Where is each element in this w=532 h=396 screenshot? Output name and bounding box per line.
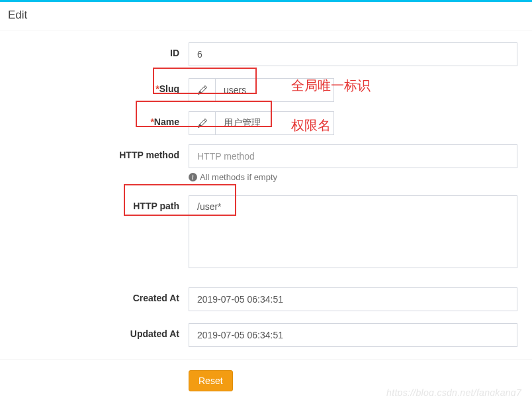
name-group [189,111,334,135]
edit-form: ID *Slug *Name HT [0,30,532,396]
created-at-input[interactable] [189,287,517,311]
row-http-path: HTTP path [0,195,532,270]
info-icon [189,173,197,181]
pencil-icon [189,78,215,102]
row-id: ID [0,42,532,66]
label-created-at: Created At [0,287,189,303]
slug-input[interactable] [215,78,334,102]
label-slug-text: Slug [159,83,179,94]
http-path-input[interactable] [189,195,517,268]
row-http-method: HTTP method All methods if empty [0,144,532,182]
label-http-path: HTTP path [0,195,189,211]
http-method-help: All methods if empty [189,172,517,182]
reset-button[interactable]: Reset [189,370,233,391]
updated-at-input[interactable] [189,323,517,347]
http-method-input[interactable] [189,144,517,168]
slug-group [189,78,334,102]
label-slug: *Slug [0,78,189,94]
form-footer: Reset [0,359,532,391]
label-http-method: HTTP method [0,144,189,160]
row-created-at: Created At [0,287,532,311]
http-method-help-text: All methods if empty [200,172,277,182]
panel-title: Edit [0,2,532,30]
label-id: ID [0,42,189,58]
row-slug: *Slug [0,78,532,102]
label-name: *Name [0,111,189,127]
id-input[interactable] [189,42,517,66]
name-input[interactable] [215,111,334,135]
row-name: *Name [0,111,532,135]
pencil-icon [189,111,215,135]
label-updated-at: Updated At [0,323,189,339]
label-name-text: Name [154,117,179,127]
row-updated-at: Updated At [0,323,532,347]
